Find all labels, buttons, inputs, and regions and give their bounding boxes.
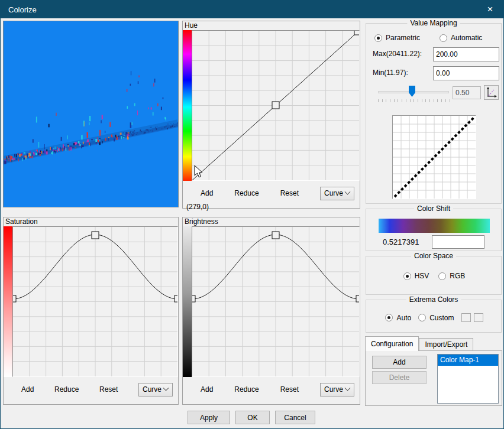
color-shift-gradient[interactable] xyxy=(379,219,490,233)
saturation-add-button[interactable]: Add xyxy=(21,385,34,394)
brightness-reduce-button[interactable]: Reduce xyxy=(234,385,259,394)
delete-colormap-button[interactable]: Delete xyxy=(372,371,427,384)
brightness-reset-button[interactable]: Reset xyxy=(280,385,299,394)
tab-configuration[interactable]: Configuration xyxy=(365,336,419,351)
chevron-down-icon xyxy=(345,385,351,391)
automatic-label: Automatic xyxy=(451,34,482,42)
mapping-curve-svg xyxy=(393,116,476,199)
saturation-reset-button[interactable]: Reset xyxy=(99,385,118,394)
value-mapping-group: Value Mapping Parametric Automatic Max(2… xyxy=(366,23,502,204)
axes-adjust-button[interactable] xyxy=(484,85,499,100)
brightness-panel: Brightness Add Reduce Reset Curve xyxy=(182,217,360,405)
chevron-down-icon xyxy=(163,385,169,391)
brightness-curve-editor[interactable] xyxy=(192,227,359,376)
ok-button[interactable]: OK xyxy=(235,411,270,424)
slider-ticks xyxy=(378,99,450,102)
auto-radio[interactable]: Auto xyxy=(385,314,411,322)
colormap-list-item[interactable]: Color Map-1 xyxy=(438,355,498,366)
saturation-reduce-button[interactable]: Reduce xyxy=(54,385,79,394)
slider-value-input[interactable] xyxy=(453,86,481,99)
window-titlebar[interactable]: Colorize × xyxy=(1,1,503,18)
color-shift-title: Color Shift xyxy=(414,204,453,213)
chevron-down-icon xyxy=(345,188,351,194)
radio-icon xyxy=(440,34,447,42)
hue-curve-editor[interactable] xyxy=(192,31,359,180)
brightness-curve-type-select[interactable]: Curve xyxy=(320,383,354,396)
extrema-colors-group: Extrema Colors Auto Custom xyxy=(366,300,502,333)
brightness-add-button[interactable]: Add xyxy=(201,385,213,394)
colorize-dialog: Colorize × Hue Add Reduce Reset xyxy=(0,0,504,429)
saturation-curve-type-select[interactable]: Curve xyxy=(138,383,173,396)
saturation-handle-left xyxy=(13,295,16,302)
color-shift-input[interactable] xyxy=(432,235,484,249)
value-slider[interactable] xyxy=(366,85,502,104)
mouse-cursor-icon xyxy=(195,165,202,177)
mapping-curve-preview xyxy=(392,115,476,199)
configuration-pane: Add Delete Color Map-1 xyxy=(365,350,502,406)
radio-icon xyxy=(403,272,411,280)
hue-panel: Hue Add Reduce Reset Curve (279,0) xyxy=(182,21,360,209)
extrema-color-box-max[interactable] xyxy=(474,313,483,322)
extrema-colors-title: Extrema Colors xyxy=(406,295,461,304)
hsv-radio[interactable]: HSV xyxy=(403,272,429,280)
rgb-label: RGB xyxy=(450,272,465,280)
brightness-handle-left xyxy=(192,295,195,302)
hue-reset-button[interactable]: Reset xyxy=(280,189,299,197)
auto-label: Auto xyxy=(396,314,411,322)
close-icon: × xyxy=(487,4,493,15)
hue-add-button[interactable]: Add xyxy=(201,189,213,197)
parametric-radio[interactable]: Parametric xyxy=(374,34,420,42)
radio-icon xyxy=(438,272,446,280)
min-input[interactable] xyxy=(433,66,499,80)
color-space-group: Color Space HSV RGB xyxy=(366,256,502,295)
custom-radio[interactable]: Custom xyxy=(418,314,454,322)
brightness-handle-right xyxy=(356,295,359,302)
config-tabbar: Configuration Import/Export xyxy=(365,336,473,351)
max-input[interactable] xyxy=(433,47,499,61)
radio-icon xyxy=(418,314,426,321)
hue-colorbar xyxy=(183,30,192,181)
brightness-curve-type-value: Curve xyxy=(324,385,343,394)
window-title: Colorize xyxy=(1,5,477,14)
rgb-radio[interactable]: RGB xyxy=(438,272,465,280)
hue-curve-type-value: Curve xyxy=(324,189,343,197)
colormap-list[interactable]: Color Map-1 xyxy=(437,354,499,404)
brightness-handle-peak xyxy=(272,232,279,239)
color-space-title: Color Space xyxy=(411,252,456,260)
close-button[interactable]: × xyxy=(477,1,503,18)
hsv-label: HSV xyxy=(415,272,429,280)
radio-icon xyxy=(374,34,382,42)
spectrogram-preview xyxy=(4,21,178,207)
saturation-colorbar xyxy=(4,226,12,377)
saturation-handle-right xyxy=(175,295,177,302)
saturation-curve-type-value: Curve xyxy=(143,385,161,394)
value-mapping-title: Value Mapping xyxy=(407,19,460,27)
parametric-label: Parametric xyxy=(386,34,420,42)
slider-thumb[interactable] xyxy=(409,86,415,97)
brightness-label: Brightness xyxy=(183,217,360,226)
hue-curve-handle-end xyxy=(354,31,359,35)
saturation-handle-peak xyxy=(92,232,99,239)
tab-import-export[interactable]: Import/Export xyxy=(419,338,473,351)
color-shift-group: Color Shift 0.5217391 xyxy=(366,209,502,251)
preview-image xyxy=(3,21,179,207)
saturation-curve-editor[interactable] xyxy=(13,227,177,376)
brightness-colorbar xyxy=(183,226,192,377)
color-shift-value: 0.5217391 xyxy=(383,238,419,246)
cancel-button[interactable]: Cancel xyxy=(275,411,315,424)
max-label: Max(20411.22): xyxy=(373,50,422,58)
custom-label: Custom xyxy=(429,314,454,322)
hue-curve-type-select[interactable]: Curve xyxy=(320,187,354,200)
saturation-label: Saturation xyxy=(4,217,178,226)
saturation-panel: Saturation Add Reduce Reset Curve xyxy=(3,217,179,405)
apply-button[interactable]: Apply xyxy=(188,411,230,424)
radio-icon xyxy=(385,314,393,321)
hue-curve-handle-mid xyxy=(272,102,279,109)
min-label: Min(11.97): xyxy=(373,69,408,77)
hue-label: Hue xyxy=(183,21,360,30)
extrema-color-box-min[interactable] xyxy=(461,313,471,322)
hue-reduce-button[interactable]: Reduce xyxy=(234,189,259,197)
axes-icon xyxy=(486,87,497,98)
automatic-radio[interactable]: Automatic xyxy=(440,34,482,42)
add-colormap-button[interactable]: Add xyxy=(372,356,427,369)
